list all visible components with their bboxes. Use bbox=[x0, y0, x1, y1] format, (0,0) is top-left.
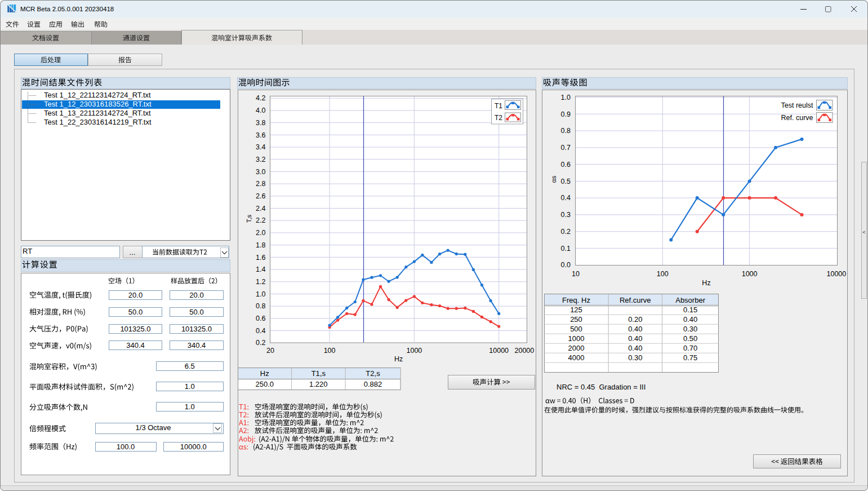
svg-text:0.15: 0.15 bbox=[683, 306, 697, 314]
svg-text:0.40: 0.40 bbox=[628, 334, 642, 343]
svg-text:Freq. Hz: Freq. Hz bbox=[562, 296, 590, 304]
svg-text:0.70: 0.70 bbox=[683, 344, 697, 352]
svg-text:4000: 4000 bbox=[568, 353, 585, 362]
svg-text:0.20: 0.20 bbox=[628, 315, 642, 324]
svg-text:Absorber: Absorber bbox=[675, 296, 705, 304]
svg-text:0.75: 0.75 bbox=[683, 353, 697, 362]
svg-text:0.40: 0.40 bbox=[628, 325, 642, 333]
svg-text:0.30: 0.30 bbox=[628, 353, 642, 362]
svg-text:0.40: 0.40 bbox=[683, 315, 697, 324]
svg-text:250: 250 bbox=[570, 315, 582, 324]
svg-text:0.40: 0.40 bbox=[628, 344, 642, 352]
svg-text:1000: 1000 bbox=[568, 334, 585, 343]
svg-text:Ref.curve: Ref.curve bbox=[620, 296, 651, 304]
svg-text:0.50: 0.50 bbox=[683, 334, 697, 343]
svg-text:0.30: 0.30 bbox=[683, 325, 697, 333]
svg-text:2000: 2000 bbox=[568, 344, 585, 352]
svg-text:500: 500 bbox=[570, 325, 582, 333]
svg-text:125: 125 bbox=[570, 306, 582, 314]
